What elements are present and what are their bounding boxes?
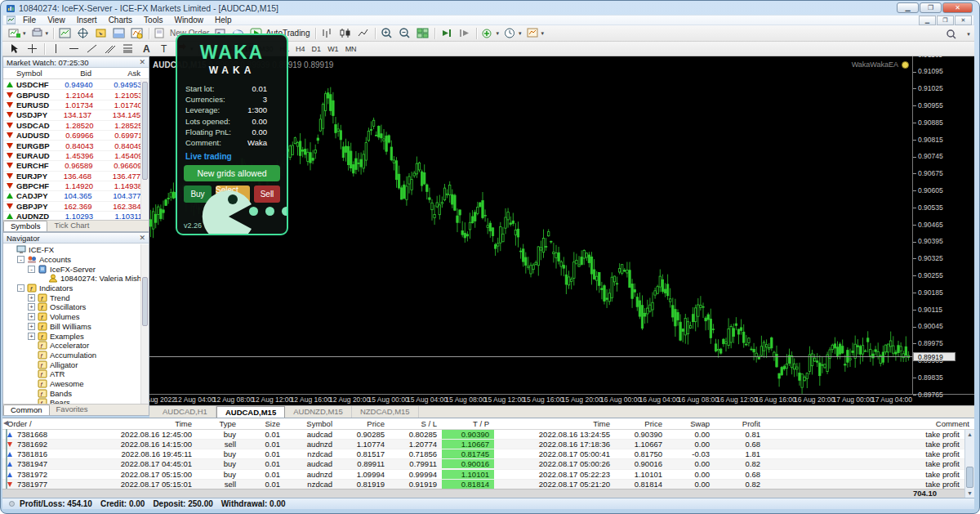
terminal-col-12[interactable]: Comment xyxy=(765,419,974,428)
tree-item-examples[interactable]: +fExamples xyxy=(3,331,140,341)
scroll-up-icon[interactable]: ▲ xyxy=(965,430,974,439)
fibonacci-tool-button[interactable] xyxy=(119,42,137,56)
menu-view[interactable]: View xyxy=(42,16,71,25)
timeframe-h4-button[interactable]: H4 xyxy=(292,43,309,55)
minimize-button[interactable]: ▁ xyxy=(897,2,919,13)
history-row[interactable]: 73816922022.08.16 14:15:00sell0.01audnzd… xyxy=(2,440,964,449)
tree-item-volumes[interactable]: +fVolumes xyxy=(3,312,140,322)
tree-item-alligator[interactable]: fAlligator xyxy=(3,360,140,369)
chart-tab-audnzd-m15[interactable]: AUDNZD,M15 xyxy=(285,406,352,418)
terminal-col-4[interactable]: Symbol xyxy=(285,419,337,428)
terminal-col-5[interactable]: Price xyxy=(337,419,390,428)
tree-item-oscillators[interactable]: +fOscillators xyxy=(3,302,140,312)
market-watch-close-icon[interactable]: ✕ xyxy=(139,58,145,66)
market-watch-row[interactable]: EURJPY136.468136.477 xyxy=(3,172,140,181)
toolbar-overflow-button[interactable]: ▾ xyxy=(960,27,976,41)
navigator-close-icon[interactable]: ✕ xyxy=(139,234,145,242)
maximize-button[interactable]: ❐ xyxy=(920,2,942,13)
tree-item-10840274-valeria-mishchenko[interactable]: 10840274: Valeria Mishchenko xyxy=(3,274,140,284)
crosshair-tool-button[interactable] xyxy=(24,42,42,56)
collapse-icon[interactable]: - xyxy=(28,266,35,273)
collapse-terminal-icon[interactable]: ◀ xyxy=(3,419,8,427)
tree-item-bands[interactable]: fBands xyxy=(3,388,140,398)
timeframe-mn-button[interactable]: MN xyxy=(342,43,360,55)
terminal-col-9[interactable]: Price xyxy=(615,419,667,428)
market-watch-row[interactable]: CADJPY104.365104.377 xyxy=(3,191,140,201)
channel-tool-button[interactable] xyxy=(101,42,119,56)
market-watch-row[interactable]: GBPUSD1.210441.21053 xyxy=(3,90,140,100)
terminal-col-2[interactable]: Type xyxy=(197,419,241,428)
auto-scroll-button[interactable] xyxy=(438,26,456,40)
tree-item-bears[interactable]: fBears xyxy=(3,398,140,404)
terminal-col-0[interactable]: Order / xyxy=(2,419,69,428)
candlestick-mode-button[interactable] xyxy=(336,26,354,40)
zoom-in-button[interactable] xyxy=(378,26,396,40)
label-tool-button[interactable]: T xyxy=(155,42,173,56)
tree-item-bill-williams[interactable]: +fBill Williams xyxy=(3,322,140,332)
market-watch-row[interactable]: AUDUSD0.699660.69971 xyxy=(3,131,140,141)
ea-smiley-icon[interactable] xyxy=(902,61,909,69)
menu-charts[interactable]: Charts xyxy=(103,16,138,25)
text-tool-button[interactable]: A xyxy=(137,42,155,56)
history-row[interactable]: 73819472022.08.17 04:45:01buy0.01audcad0… xyxy=(2,459,964,469)
collapse-icon[interactable]: - xyxy=(17,284,24,292)
tab-favorites[interactable]: Favorites xyxy=(50,404,95,415)
tree-item-trend[interactable]: +fTrend xyxy=(3,293,140,302)
expand-icon[interactable]: + xyxy=(28,294,35,302)
terminal-toggle-button[interactable] xyxy=(110,26,128,40)
vertical-line-tool-button[interactable] xyxy=(47,42,65,56)
terminal-col-7[interactable]: T / P xyxy=(442,419,494,428)
expand-icon[interactable]: + xyxy=(28,313,35,320)
search-button[interactable] xyxy=(943,27,960,41)
chart-tab-nzdcad-m15[interactable]: NZDCAD,M15 xyxy=(352,406,419,418)
tree-item-icefx-server[interactable]: -IceFX-Server xyxy=(3,264,140,274)
tree-item-atr[interactable]: fATR xyxy=(3,369,140,379)
history-row[interactable]: 73816682022.08.16 12:45:00buy0.01audcad0… xyxy=(2,430,964,440)
menu-insert[interactable]: Insert xyxy=(71,16,103,25)
line-chart-mode-button[interactable] xyxy=(354,26,372,40)
menu-tools[interactable]: Tools xyxy=(138,16,168,25)
market-watch-header[interactable]: Market Watch: 07:25:30 ✕ xyxy=(3,57,149,68)
indicators-button[interactable]: ▾ xyxy=(479,26,502,40)
chart-shift-button[interactable] xyxy=(456,26,474,40)
market-watch-row[interactable]: EURGBP0.840430.84049 xyxy=(3,141,140,150)
terminal-col-6[interactable]: S / L xyxy=(390,419,442,428)
timeframe-d1-button[interactable]: D1 xyxy=(309,43,325,55)
sell-button[interactable]: Sell xyxy=(254,185,280,203)
tree-item-indicators[interactable]: -fIndicators xyxy=(3,284,140,293)
market-watch-row[interactable]: USDCHF0.949400.94953 xyxy=(3,80,140,90)
expand-icon[interactable]: + xyxy=(28,333,35,340)
market-watch-row[interactable]: USDCAD1.285201.28525 xyxy=(3,121,140,131)
terminal-scrollbar[interactable]: ▲ ▼ xyxy=(964,430,974,498)
horizontal-line-tool-button[interactable] xyxy=(65,42,83,56)
tree-item-awesome[interactable]: fAwesome xyxy=(3,379,140,389)
tab-common[interactable]: Common xyxy=(3,404,50,415)
terminal-col-10[interactable]: Swap xyxy=(667,419,715,428)
trendline-tool-button[interactable] xyxy=(83,42,101,56)
terminal-col-3[interactable]: Size xyxy=(241,419,285,428)
strategy-tester-toggle-button[interactable] xyxy=(128,26,146,40)
tree-item-accumulation[interactable]: fAccumulation xyxy=(3,351,140,360)
tab-symbols[interactable]: Symbols xyxy=(3,221,47,231)
tree-item-accounts[interactable]: -Accounts xyxy=(3,255,140,265)
mdi-minimize-button[interactable]: ▁ xyxy=(919,16,936,25)
bar-chart-mode-button[interactable] xyxy=(318,26,336,40)
profiles-button[interactable]: ▾ xyxy=(29,26,51,40)
mdi-restore-button[interactable]: ❐ xyxy=(937,16,954,25)
mdi-close-button[interactable]: ✕ xyxy=(955,16,972,25)
terminal-col-11[interactable]: Profit xyxy=(715,419,765,428)
market-watch-row[interactable]: EURUSD1.017341.01740 xyxy=(3,101,140,110)
data-window-toggle-button[interactable] xyxy=(74,26,92,40)
templates-button[interactable]: ▾ xyxy=(524,26,547,40)
navigator-scrollbar[interactable] xyxy=(140,244,149,404)
expand-icon[interactable]: + xyxy=(28,303,35,311)
navigator-toggle-button[interactable] xyxy=(92,26,110,40)
market-watch-scrollbar[interactable] xyxy=(140,80,149,220)
chart-tab-audcad-h1[interactable]: AUDCAD,H1 xyxy=(154,406,216,418)
menu-file[interactable]: File xyxy=(17,16,42,25)
expand-icon[interactable]: + xyxy=(28,323,35,330)
cursor-tool-button[interactable] xyxy=(6,42,24,56)
close-button[interactable]: ✕ xyxy=(942,2,973,13)
history-row[interactable]: 73819722022.08.17 05:15:00buy0.01audnzd1… xyxy=(2,470,964,480)
market-watch-row[interactable]: USDJPY134.137134.145 xyxy=(3,110,140,120)
